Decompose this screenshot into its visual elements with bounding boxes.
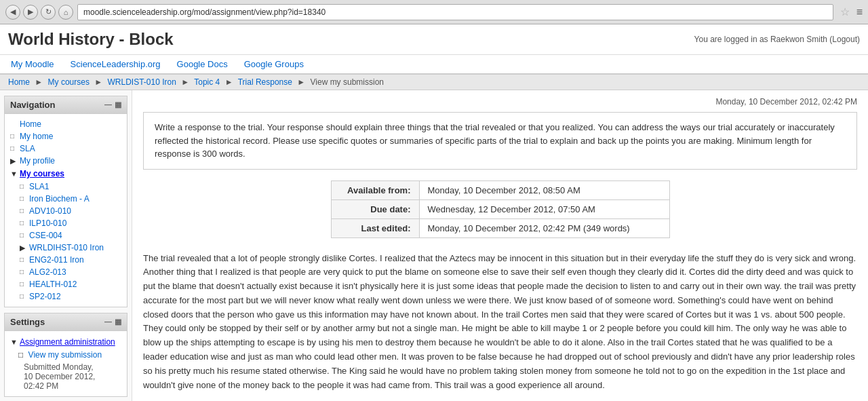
- navigation-header-label: Navigation: [10, 100, 55, 110]
- assignment-info-table: Available from: Monday, 10 December 2012…: [331, 180, 670, 238]
- submission-text: The trial revealed that a lot of people …: [143, 249, 857, 396]
- view-submission-item[interactable]: □ View my submission: [5, 349, 127, 361]
- nav-eng2[interactable]: □ ENG2-011 Iron: [5, 254, 127, 266]
- nav-science-leadership[interactable]: ScienceLeadership.org: [68, 58, 163, 71]
- nav-sla1[interactable]: □ SLA1: [5, 180, 127, 193]
- nav-google-docs[interactable]: Google Docs: [174, 58, 231, 71]
- nav-wrldhist[interactable]: ▶ WRLDIHST-010 Iron: [5, 242, 127, 254]
- nav-mycourses-section[interactable]: ▼ My courses: [5, 167, 127, 180]
- nav-myprofile[interactable]: ▶ My profile: [5, 155, 127, 167]
- forward-button[interactable]: ▶: [23, 5, 38, 20]
- nav-buttons: ◀ ▶ ↻ ⌂: [5, 5, 73, 20]
- nav-myhome[interactable]: □ My home: [5, 130, 127, 142]
- nav-iron-biochem[interactable]: □ Iron Biochem - A: [5, 193, 127, 205]
- due-date-label: Due date:: [331, 199, 419, 218]
- back-button[interactable]: ◀: [5, 5, 20, 20]
- nav-cse004[interactable]: □ CSE-004: [5, 229, 127, 242]
- browser-chrome: ◀ ▶ ↻ ⌂ ☆ ≡: [0, 0, 868, 24]
- submitted-info: Submitted Monday, 10 December 2012, 02:4…: [5, 361, 127, 392]
- nav-alg2[interactable]: □ ALG2-013: [5, 266, 127, 278]
- available-from-row: Available from: Monday, 10 December 2012…: [331, 180, 669, 199]
- site-title: World History - Block: [8, 30, 174, 49]
- nav-sla[interactable]: □ SLA: [5, 142, 127, 155]
- navigation-block: Navigation — ▦ Home □ My home □ SLA: [4, 96, 127, 307]
- menu-icon[interactable]: ≡: [856, 6, 863, 18]
- breadcrumb-current: View my submission: [311, 77, 384, 87]
- navigation-block-header: Navigation — ▦: [5, 96, 127, 114]
- breadcrumb-home[interactable]: Home: [8, 77, 30, 87]
- timestamp: Monday, 10 December 2012, 02:42 PM: [143, 97, 857, 107]
- settings-block-hide-icon[interactable]: —: [104, 318, 112, 326]
- breadcrumb-course[interactable]: WRLDIST-010 Iron: [108, 77, 176, 87]
- settings-block-header: Settings — ▦: [5, 313, 127, 331]
- assignment-description: Write a response to the trial. Your resp…: [143, 112, 857, 170]
- due-date-value: Wednesday, 12 December 2012, 07:50 AM: [419, 199, 669, 218]
- last-edited-label: Last edited:: [331, 218, 419, 237]
- navigation-list: Home □ My home □ SLA ▶ My profile ▼ My c…: [5, 114, 127, 307]
- content-area: Monday, 10 December 2012, 02:42 PM Write…: [132, 90, 868, 401]
- breadcrumb: Home ► My courses ► WRLDIST-010 Iron ► T…: [0, 75, 868, 90]
- nav-health[interactable]: □ HEALTH-012: [5, 278, 127, 290]
- login-info: You are logged in as Raekwon Smith (Logo…: [694, 35, 860, 44]
- breadcrumb-assignment[interactable]: Trial Response: [238, 77, 292, 87]
- top-nav-bar: My Moodle ScienceLeadership.org Google D…: [0, 55, 868, 75]
- nav-home[interactable]: Home: [5, 118, 127, 130]
- assignment-admin-section[interactable]: ▼ Assignment administration: [5, 335, 127, 349]
- breadcrumb-mycourses[interactable]: My courses: [48, 77, 90, 87]
- available-from-value: Monday, 10 December 2012, 08:50 AM: [419, 180, 669, 199]
- sidebar: Navigation — ▦ Home □ My home □ SLA: [0, 90, 132, 401]
- settings-block-grid-icon[interactable]: ▦: [115, 318, 121, 326]
- settings-block: Settings — ▦ ▼ Assignment administration…: [4, 313, 127, 397]
- settings-header-label: Settings: [10, 317, 45, 327]
- main-layout: Navigation — ▦ Home □ My home □ SLA: [0, 90, 868, 401]
- settings-list: ▼ Assignment administration □ View my su…: [5, 331, 127, 396]
- nav-sp2[interactable]: □ SP2-012: [5, 290, 127, 303]
- nav-google-groups[interactable]: Google Groups: [241, 58, 307, 71]
- last-edited-row: Last edited: Monday, 10 December 2012, 0…: [331, 218, 669, 237]
- address-bar[interactable]: [77, 4, 833, 20]
- nav-my-moodle[interactable]: My Moodle: [8, 58, 57, 71]
- site-header: World History - Block You are logged in …: [0, 24, 868, 55]
- bookmark-icon[interactable]: ☆: [840, 5, 850, 18]
- breadcrumb-topic[interactable]: Topic 4: [194, 77, 220, 87]
- available-from-label: Available from:: [331, 180, 419, 199]
- home-button[interactable]: ⌂: [58, 5, 73, 20]
- last-edited-value: Monday, 10 December 2012, 02:42 PM (349 …: [419, 218, 669, 237]
- reload-button[interactable]: ↻: [41, 5, 56, 20]
- due-date-row: Due date: Wednesday, 12 December 2012, 0…: [331, 199, 669, 218]
- block-grid-icon[interactable]: ▦: [115, 100, 121, 109]
- nav-ilp10[interactable]: □ ILP10-010: [5, 217, 127, 229]
- nav-adv10[interactable]: □ ADV10-010: [5, 205, 127, 217]
- block-hide-icon[interactable]: —: [104, 100, 112, 109]
